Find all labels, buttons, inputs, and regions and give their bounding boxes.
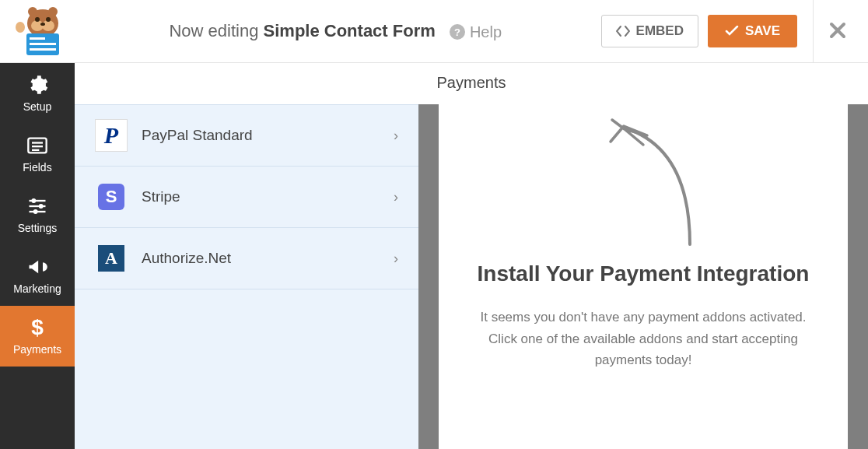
- panel-title: Payments: [75, 63, 868, 104]
- sidebar-item-marketing[interactable]: Marketing: [0, 245, 75, 306]
- check-icon: [725, 26, 739, 37]
- sidebar-label: Settings: [18, 222, 58, 234]
- chevron-right-icon: ›: [394, 189, 398, 205]
- option-authorize[interactable]: A Authorize.Net ›: [75, 228, 418, 289]
- divider: [813, 0, 814, 63]
- paypal-icon: P: [95, 119, 128, 152]
- svg-point-2: [42, 20, 54, 31]
- svg-point-3: [35, 17, 40, 22]
- svg-point-4: [46, 17, 51, 22]
- sidebar-label: Marketing: [13, 282, 61, 295]
- help-icon: ?: [450, 24, 465, 40]
- close-icon: [829, 22, 846, 39]
- option-label: Authorize.Net: [142, 250, 380, 267]
- option-label: PayPal Standard: [142, 127, 380, 144]
- gear-icon: [26, 74, 48, 96]
- code-icon: [616, 26, 630, 37]
- save-button[interactable]: SAVE: [708, 15, 797, 47]
- option-paypal[interactable]: P PayPal Standard ›: [75, 104, 418, 167]
- svg-point-5: [40, 23, 45, 26]
- svg-point-18: [31, 198, 36, 203]
- help-link[interactable]: ? Help: [450, 23, 502, 41]
- svg-point-1: [31, 20, 44, 31]
- empty-state-description: It seems you don't have any payment addo…: [472, 307, 814, 370]
- sidebar-label: Fields: [23, 161, 51, 174]
- sidebar-item-settings[interactable]: Settings: [0, 184, 75, 245]
- sidebar: Setup Fields Settings Marketing $ Paymen…: [0, 63, 75, 449]
- svg-rect-10: [30, 37, 45, 40]
- svg-rect-11: [30, 43, 56, 45]
- preview-area: Install Your Payment Integration It seem…: [418, 104, 868, 449]
- stripe-icon: S: [95, 181, 128, 213]
- editing-title: Now editing Simple Contact Form ? Help: [86, 21, 601, 41]
- svg-point-20: [39, 204, 44, 209]
- svg-rect-12: [30, 48, 56, 51]
- embed-button[interactable]: EMBED: [601, 15, 698, 47]
- chevron-right-icon: ›: [394, 128, 398, 144]
- dollar-icon: $: [26, 317, 48, 339]
- chevron-right-icon: ›: [394, 251, 398, 267]
- svg-point-7: [48, 7, 58, 16]
- authorize-icon: A: [95, 242, 128, 275]
- option-stripe[interactable]: S Stripe ›: [75, 167, 418, 228]
- svg-point-22: [33, 209, 38, 214]
- option-label: Stripe: [142, 188, 380, 205]
- app-logo: [8, 4, 70, 58]
- sidebar-label: Payments: [13, 343, 61, 356]
- sidebar-item-fields[interactable]: Fields: [0, 124, 75, 184]
- sidebar-label: Setup: [23, 100, 52, 113]
- sidebar-item-setup[interactable]: Setup: [0, 63, 75, 124]
- list-icon: [26, 135, 48, 156]
- svg-point-8: [16, 22, 25, 33]
- close-button[interactable]: [829, 18, 846, 44]
- svg-text:$: $: [31, 317, 44, 339]
- sliders-icon: [26, 195, 48, 217]
- arrow-illustration: [573, 112, 713, 252]
- payment-options: P PayPal Standard › S Stripe › A Authori…: [75, 104, 418, 449]
- bullhorn-icon: [26, 256, 48, 278]
- sidebar-item-payments[interactable]: $ Payments: [0, 306, 75, 367]
- empty-state-card: Install Your Payment Integration It seem…: [439, 104, 848, 449]
- svg-point-6: [28, 7, 37, 16]
- empty-state-title: Install Your Payment Integration: [478, 260, 810, 288]
